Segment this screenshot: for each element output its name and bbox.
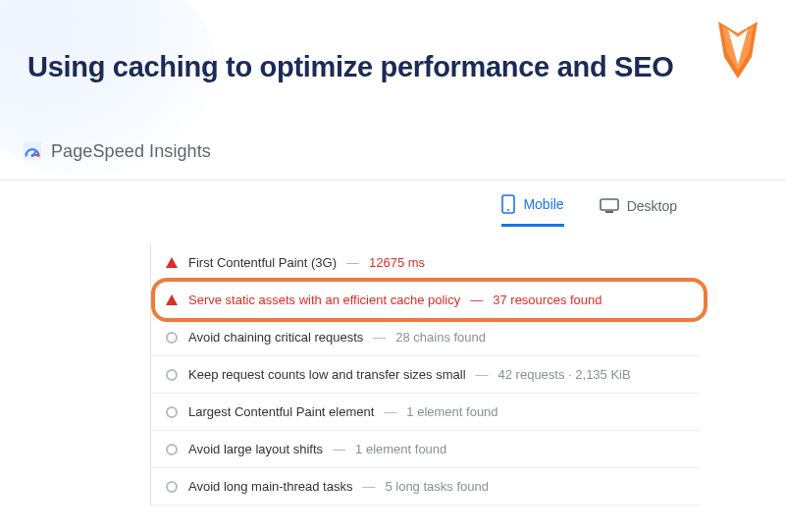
warning-triangle-icon [165,293,179,307]
audit-row[interactable]: First Contentful Paint (3G) — 12675 ms [151,244,700,282]
separator-dash: — [346,255,359,270]
audit-row[interactable]: Serve static assets with an efficient ca… [151,282,700,319]
audit-list: First Contentful Paint (3G) — 12675 msSe… [150,244,700,505]
audit-label: Avoid chaining critical requests [188,330,363,345]
audit-metric: 5 long tasks found [385,479,489,494]
audit-label: Avoid large layout shifts [188,442,323,456]
tab-desktop-label: Desktop [627,198,677,214]
device-tabs: Mobile Desktop [0,181,785,227]
pagespeed-brand: PageSpeed Insights [0,83,785,174]
audit-metric: 1 element found [355,442,446,456]
desktop-icon [600,198,619,214]
header: Using caching to optimize performance an… [0,0,785,83]
svg-rect-2 [24,142,41,160]
neutral-ring-icon [165,443,179,456]
audit-metric: 42 requests · 2,135 KiB [498,367,631,382]
svg-point-6 [507,209,509,211]
pagespeed-icon [22,140,43,162]
audit-row[interactable]: Avoid chaining critical requests — 28 ch… [151,319,700,356]
audit-label: Keep request counts low and transfer siz… [188,367,466,382]
separator-dash: — [333,442,345,456]
audit-row[interactable]: Avoid long main-thread tasks — 5 long ta… [151,468,700,505]
neutral-ring-icon [165,331,179,345]
separator-dash: — [362,479,375,494]
separator-dash: — [470,293,483,307]
page-title: Using caching to optimize performance an… [27,51,673,83]
audit-metric: 28 chains found [395,330,486,345]
warning-triangle-icon [165,256,179,270]
separator-dash: — [476,367,489,382]
audit-label: Avoid long main-thread tasks [188,479,352,494]
svg-rect-8 [605,211,613,213]
audit-row[interactable]: Avoid large layout shifts — 1 element fo… [151,431,700,468]
audit-label: Largest Contentful Paint element [188,404,374,419]
separator-dash: — [373,330,386,345]
audit-label: First Contentful Paint (3G) [188,255,337,270]
tab-desktop[interactable]: Desktop [600,194,677,227]
audit-metric: 1 element found [406,404,497,419]
neutral-ring-icon [165,405,179,419]
audit-row[interactable]: Keep request counts low and transfer siz… [151,356,700,394]
tab-mobile[interactable]: Mobile [501,194,563,227]
wp-rocket-logo [714,20,761,80]
separator-dash: — [384,404,396,419]
audit-row[interactable]: Largest Contentful Paint element — 1 ele… [151,394,700,431]
svg-rect-7 [601,199,618,210]
pagespeed-label: PageSpeed Insights [51,141,211,162]
neutral-ring-icon [165,368,179,382]
audit-metric: 37 resources found [493,293,602,307]
audit-metric: 12675 ms [369,255,425,270]
tab-mobile-label: Mobile [523,196,563,212]
neutral-ring-icon [165,480,179,494]
svg-marker-10 [166,294,178,305]
mobile-icon [501,194,515,214]
audit-label: Serve static assets with an efficient ca… [188,293,460,307]
svg-marker-9 [166,257,178,268]
